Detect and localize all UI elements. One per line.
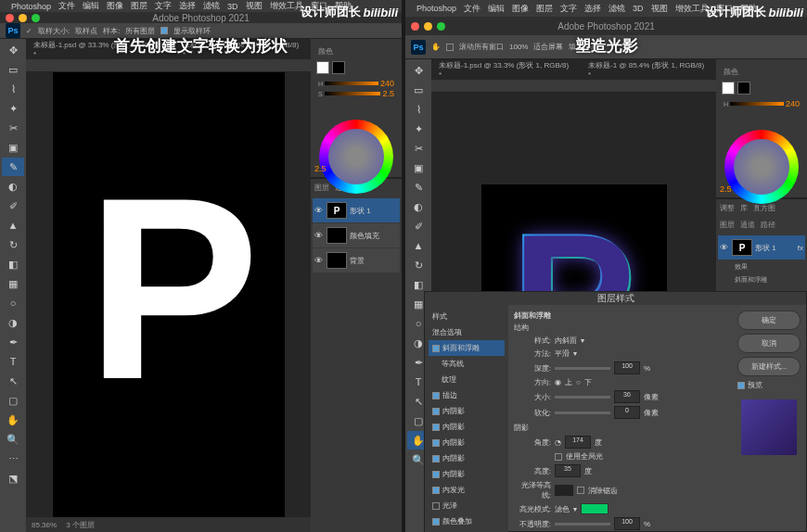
statusbar: 85.36% 3 个图层 <box>26 517 311 532</box>
eyedropper-tool[interactable]: ✎ <box>407 178 429 196</box>
menu-view[interactable]: 视图 <box>246 0 263 12</box>
menu-photoshop[interactable]: Photoshop <box>11 2 51 11</box>
menu-type[interactable]: 文字 <box>155 0 172 12</box>
color-panel: 颜色 H240 S2.5 2.5 <box>311 39 402 178</box>
layer-row[interactable]: 👁 P 形状 1 fx <box>718 235 805 260</box>
shape-tool[interactable]: ▢ <box>2 391 24 410</box>
dodge-tool[interactable]: ◑ <box>2 313 24 332</box>
heal-tool[interactable]: ◐ <box>2 177 24 196</box>
photoshop-window-left: Photoshop 文件 编辑 图像 图层 文字 选择 滤镜 3D 视图 增效工… <box>0 0 402 532</box>
dialog-buttons: 确定 取消 新建样式... 预览 <box>732 305 806 532</box>
visibility-icon[interactable]: 👁 <box>314 231 324 240</box>
fx-bevel[interactable]: 斜面和浮雕 <box>429 340 505 356</box>
watermark: 设计师团长bilibili <box>706 4 803 20</box>
layer-style-dialog: 图层样式 样式 混合选项 斜面和浮雕 等高线 纹理 描边 内阴影 内阴影 内阴影… <box>424 291 807 532</box>
lasso-tool[interactable]: ⌇ <box>407 100 429 119</box>
zoom-tool[interactable]: 🔍 <box>2 430 24 449</box>
menu-plugins[interactable]: 增效工具 <box>270 0 303 12</box>
new-style-button[interactable]: 新建样式... <box>737 357 801 376</box>
menu-filter[interactable]: 滤镜 <box>203 0 220 12</box>
frame-tool[interactable]: ▣ <box>407 158 429 177</box>
caption-overlay: 首先创建文字转换为形状 <box>114 35 288 57</box>
highlight-color[interactable] <box>581 503 608 514</box>
layer-row[interactable]: 👁 P 形状 1 <box>313 198 400 222</box>
stamp-tool[interactable]: ▲ <box>407 236 429 255</box>
history-brush-tool[interactable]: ↻ <box>407 256 429 274</box>
menu-image[interactable]: 图像 <box>107 0 123 12</box>
menu-select[interactable]: 选择 <box>179 0 196 12</box>
stamp-tool[interactable]: ▲ <box>2 216 24 234</box>
canvas[interactable]: P <box>53 72 285 517</box>
layer-row[interactable]: 👁 背景 <box>313 248 400 272</box>
eyedropper-tool[interactable]: ✎ <box>2 158 24 176</box>
fx-preview <box>741 399 797 455</box>
watermark: 设计师团长 bilibili <box>301 4 398 20</box>
minimize-icon[interactable] <box>19 14 27 22</box>
checkbox[interactable] <box>160 27 168 34</box>
ok-button[interactable]: 确定 <box>737 310 801 330</box>
hand-icon: ✋ <box>431 43 441 51</box>
menu-file[interactable]: 文件 <box>58 0 75 12</box>
layers-list: 👁 P 形状 1 👁 颜色填充 👁 背景 <box>311 196 402 275</box>
lasso-tool[interactable]: ⌇ <box>2 80 24 98</box>
color-panel: 颜色 H240 2.5 <box>716 59 807 198</box>
move-tool[interactable]: ✥ <box>407 61 429 80</box>
menu-edit[interactable]: 编辑 <box>83 0 99 12</box>
doc-info: 3 个图层 <box>66 520 95 530</box>
visibility-icon[interactable]: 👁 <box>314 206 324 215</box>
ps-home-icon[interactable]: Ps <box>6 23 20 38</box>
path-tool[interactable]: ↖ <box>2 372 24 390</box>
fx-list: 样式 混合选项 斜面和浮雕 等高线 纹理 描边 内阴影 内阴影 内阴影 内阴影 … <box>425 305 508 532</box>
menu-layer[interactable]: 图层 <box>131 0 147 12</box>
type-tool[interactable]: T <box>2 352 24 371</box>
hand-tool[interactable]: ✋ <box>2 411 24 429</box>
maximize-icon[interactable] <box>32 14 40 22</box>
wand-tool[interactable]: ✦ <box>407 120 429 138</box>
bg-swatch[interactable] <box>332 61 345 74</box>
more-tool[interactable]: ⋯ <box>2 450 24 468</box>
pen-tool[interactable]: ✒ <box>2 333 24 351</box>
canvas-area: 未标题-1.psd @ 33.3% (形状 1, RGB/8) * 未标题-1 … <box>26 39 311 532</box>
caption-overlay: 塑造光影 <box>575 35 638 57</box>
history-brush-tool[interactable]: ↻ <box>2 235 24 254</box>
crop-tool[interactable]: ✂ <box>407 139 429 158</box>
close-icon[interactable] <box>6 14 14 22</box>
color-swap-icon[interactable]: ⬔ <box>2 469 24 488</box>
fx-settings: 斜面和浮雕 结构 样式:内斜面 ▾ 方法:平滑 ▾ 深度:100% 方向:◉上 … <box>508 305 732 532</box>
marquee-tool[interactable]: ▭ <box>407 81 429 99</box>
marquee-tool[interactable]: ▭ <box>2 60 24 79</box>
crop-tool[interactable]: ✂ <box>2 119 24 137</box>
cancel-button[interactable]: 取消 <box>737 334 801 353</box>
brush-tool[interactable]: ✐ <box>407 217 429 235</box>
photoshop-window-right: Photoshop 文件 编辑 图像 图层 文字 选择 滤镜 3D 视图 增效工… <box>405 0 807 532</box>
window-title: Adobe Photoshop 2021 <box>152 13 250 23</box>
panels: 颜色 H240 S2.5 2.5 图层 通道 路径 <box>311 39 402 532</box>
wand-tool[interactable]: ✦ <box>2 99 24 118</box>
window-controls <box>6 14 40 22</box>
color-wheel[interactable] <box>724 130 799 204</box>
gradient-tool[interactable]: ▦ <box>2 274 24 293</box>
fg-swatch[interactable] <box>316 61 329 74</box>
heal-tool[interactable]: ◐ <box>407 197 429 216</box>
brush-tool[interactable]: ✐ <box>2 196 24 215</box>
shape-p: P <box>86 140 250 437</box>
tools-panel: ✥ ▭ ⌇ ✦ ✂ ▣ ✎ ◐ ✐ ▲ ↻ ◧ ▦ ○ ◑ ✒ T ↖ ▢ ✋ … <box>0 39 26 532</box>
eraser-tool[interactable]: ◧ <box>2 255 24 273</box>
layer-row[interactable]: 👁 颜色填充 <box>313 223 400 247</box>
frame-tool[interactable]: ▣ <box>2 138 24 157</box>
menu-3d[interactable]: 3D <box>227 2 238 11</box>
ruler <box>26 59 311 72</box>
visibility-icon[interactable]: 👁 <box>314 256 324 265</box>
dialog-title: 图层样式 <box>425 292 806 305</box>
blur-tool[interactable]: ○ <box>2 294 24 312</box>
ps-home-icon[interactable]: Ps <box>411 40 426 55</box>
color-wheel[interactable] <box>319 120 393 194</box>
zoom-level[interactable]: 85.36% <box>32 521 57 529</box>
move-tool[interactable]: ✥ <box>2 41 24 59</box>
eyedropper-icon: ✓ <box>26 27 32 35</box>
